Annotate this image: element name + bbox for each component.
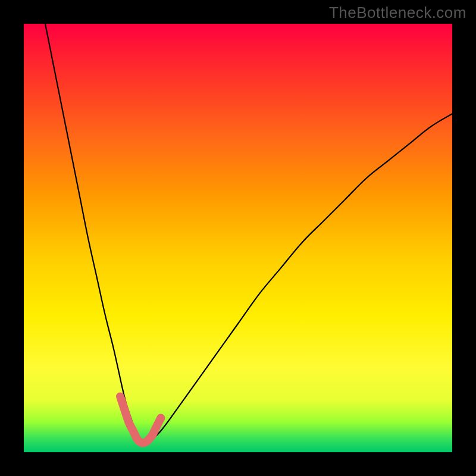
watermark-text: TheBottleneck.com — [329, 4, 466, 22]
bottleneck-curve-red-accent — [120, 396, 161, 443]
chart-frame: TheBottleneck.com — [0, 0, 476, 476]
curve-layer — [24, 24, 452, 452]
plot-area — [24, 24, 452, 452]
bottleneck-curve-black — [45, 24, 452, 444]
